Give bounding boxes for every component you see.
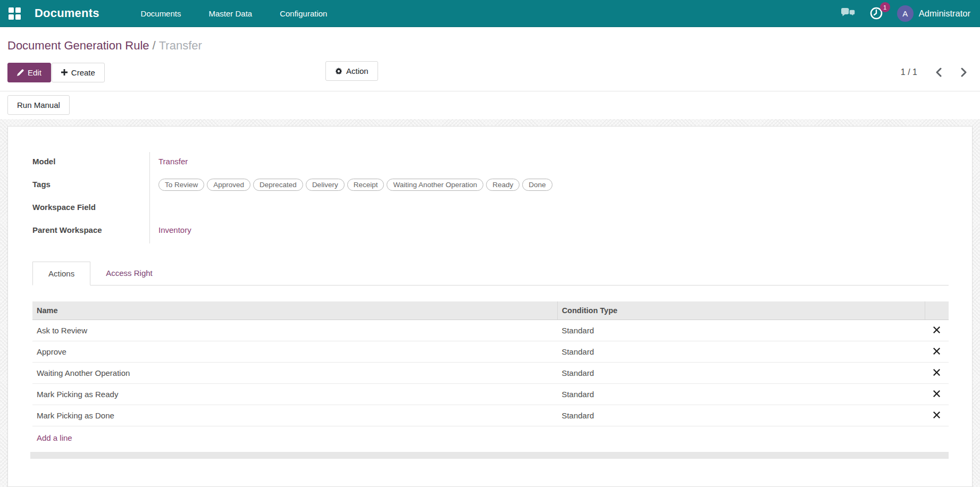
breadcrumb: Document Generation Rule/Transfer (0, 27, 980, 53)
actions-table: Name Condition Type Ask to Review Standa… (32, 301, 949, 426)
app-title[interactable]: Documents (35, 6, 99, 20)
statusbar: Run Manual (0, 91, 980, 119)
tag-pill: Approved (207, 179, 250, 191)
delete-row-icon[interactable] (933, 369, 940, 376)
create-button[interactable]: Create (52, 63, 105, 82)
content-background: Model Transfer Tags To Review Approved D… (0, 119, 980, 487)
breadcrumb-separator: / (149, 39, 159, 52)
delete-row-icon[interactable] (933, 390, 940, 397)
control-panel: Document Generation Rule/Transfer Edit C… (0, 27, 980, 119)
menu-documents[interactable]: Documents (141, 1, 181, 27)
user-name: Administrator (919, 9, 970, 19)
menu-configuration[interactable]: Configuration (280, 1, 327, 27)
top-navbar: Documents Documents Master Data Configur… (0, 0, 980, 27)
avatar: A (897, 5, 914, 22)
messages-icon[interactable] (840, 7, 856, 20)
pager-count: 1 / 1 (901, 68, 917, 77)
parent-workspace-value-link[interactable]: Inventory (158, 225, 191, 234)
tags-label: Tags (32, 175, 149, 198)
tag-pill: Waiting Another Operation (387, 179, 483, 191)
column-header-delete (925, 301, 949, 320)
notebook-tabs: Actions Access Right (32, 262, 949, 286)
tag-pill: Deprecated (253, 179, 303, 191)
button-row: Edit Create Action 1 / 1 (0, 53, 980, 83)
tab-actions[interactable]: Actions (32, 262, 90, 286)
menu-master-data[interactable]: Master Data (208, 1, 252, 27)
navbar-menu: Documents Master Data Configuration (141, 1, 328, 27)
pager-previous-icon[interactable] (935, 68, 942, 77)
apps-grid-icon[interactable] (9, 7, 21, 20)
form-fields: Model Transfer Tags To Review Approved D… (32, 152, 949, 244)
activity-clock-icon[interactable]: 1 (869, 6, 883, 20)
tag-pill: Ready (486, 179, 520, 191)
model-label: Model (32, 152, 149, 175)
activity-badge: 1 (880, 2, 890, 12)
pencil-icon (17, 69, 24, 76)
tag-pill: To Review (158, 179, 204, 191)
table-row[interactable]: Approve Standard (32, 341, 949, 363)
workspace-field-label: Workspace Field (32, 198, 149, 221)
column-header-condition-type[interactable]: Condition Type (557, 301, 925, 320)
tab-access-right[interactable]: Access Right (90, 262, 168, 285)
workspace-field-value (149, 198, 949, 221)
edit-button[interactable]: Edit (7, 63, 51, 82)
form-sheet: Model Transfer Tags To Review Approved D… (7, 126, 973, 487)
tag-list: To Review Approved Deprecated Delivery R… (158, 179, 949, 191)
delete-row-icon[interactable] (933, 412, 940, 418)
horizontal-scrollbar[interactable] (30, 452, 949, 459)
table-row[interactable]: Ask to Review Standard (32, 320, 949, 341)
tag-pill: Done (522, 179, 552, 191)
run-manual-button[interactable]: Run Manual (7, 95, 70, 115)
breadcrumb-parent-link[interactable]: Document Generation Rule (7, 39, 149, 52)
gear-icon (335, 68, 342, 75)
table-row[interactable]: Mark Picking as Ready Standard (32, 384, 949, 405)
pager-next-icon[interactable] (961, 68, 967, 77)
action-button[interactable]: Action (325, 61, 378, 81)
user-menu[interactable]: A Administrator (897, 5, 970, 22)
parent-workspace-label: Parent Workspace (32, 221, 149, 244)
tag-pill: Receipt (347, 179, 384, 191)
breadcrumb-current: Transfer (159, 39, 202, 52)
model-value-link[interactable]: Transfer (158, 157, 188, 166)
table-row[interactable]: Mark Picking as Done Standard (32, 405, 949, 426)
tag-pill: Delivery (306, 179, 345, 191)
table-row[interactable]: Waiting Another Operation Standard (32, 363, 949, 384)
add-a-line-link[interactable]: Add a line (32, 426, 949, 449)
plus-icon (61, 69, 68, 75)
delete-row-icon[interactable] (933, 326, 940, 333)
column-header-name[interactable]: Name (32, 301, 557, 320)
delete-row-icon[interactable] (933, 348, 940, 355)
